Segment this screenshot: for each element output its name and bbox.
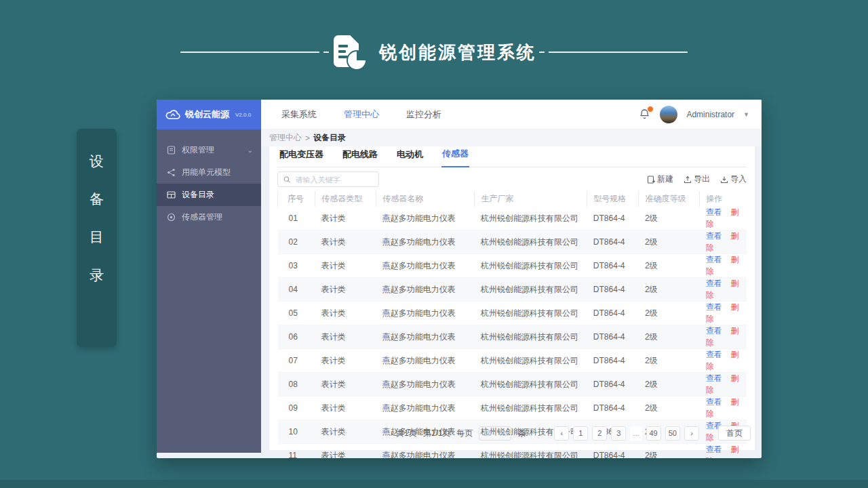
share-icon: [167, 168, 176, 177]
page-button[interactable]: 1: [573, 426, 588, 441]
export-button-label: 导出: [694, 174, 710, 185]
cell-accuracy: 2级: [639, 325, 700, 349]
cell-accuracy: 2级: [639, 278, 700, 302]
sidebar-item-sensor-management[interactable]: 传感器管理: [157, 206, 261, 228]
new-button-label: 新建: [657, 174, 673, 185]
first-page-button[interactable]: 首页: [718, 426, 751, 441]
search-toolbar-row: 新建 导出: [277, 167, 747, 191]
content-card: 配电变压器 配电线路 电动机 传感器: [269, 146, 755, 450]
cell-actions: 查看 删除: [700, 230, 747, 254]
cell-sensor-type: 表计类: [315, 207, 376, 230]
page-button[interactable]: 49: [646, 426, 661, 441]
tab-distribution-transformer[interactable]: 配电变压器: [279, 148, 324, 167]
export-icon: [684, 176, 692, 184]
view-link[interactable]: 查看: [706, 207, 722, 217]
view-link[interactable]: 查看: [706, 373, 722, 383]
sidebar-item-energy-unit-model[interactable]: 用能单元模型: [157, 161, 261, 184]
tab-sensor[interactable]: 传感器: [441, 148, 469, 167]
cell-model: DT864-4: [587, 254, 639, 278]
per-page-select[interactable]: 15 ▢: [479, 426, 511, 441]
search-box[interactable]: [277, 171, 379, 187]
tag-char: 备: [90, 190, 104, 209]
table-row[interactable]: 07 表计类 燕赵多功能电力仪表 杭州锐创能源科技有限公司 DT864-4 2级…: [278, 349, 747, 373]
column-header-accuracy: 准确度等级: [639, 191, 700, 207]
cell-sensor-name: 燕赵多功能电力仪表: [376, 207, 475, 230]
cell-sensor-name: 燕赵多功能电力仪表: [376, 278, 475, 302]
import-button[interactable]: 导入: [720, 174, 747, 185]
sensor-table: 序号 传感器类型 传感器名称 生产厂家 型号规格 准确度等级 操作 01 表计类…: [277, 191, 747, 458]
view-link[interactable]: 查看: [706, 350, 722, 359]
brand-logo-icon: [332, 34, 367, 70]
nav-item-monitoring-analysis[interactable]: 监控分析: [406, 108, 441, 121]
cell-model: DT864-4: [587, 207, 639, 230]
total-pages-text: 共1页: [396, 428, 417, 439]
pagination: 共1页 第1/1页 每页 15 ▢ 条 ‹ 123...4950 › 首页: [277, 420, 751, 446]
table-row[interactable]: 02 表计类 燕赵多功能电力仪表 杭州锐创能源科技有限公司 DT864-4 2级…: [278, 230, 747, 254]
bottom-band: [0, 480, 868, 488]
nav-item-collection-system[interactable]: 采集系统: [281, 108, 317, 121]
view-link[interactable]: 查看: [706, 302, 722, 312]
tab-distribution-line[interactable]: 配电线路: [342, 148, 378, 167]
view-link[interactable]: 查看: [706, 279, 722, 288]
tab-motor[interactable]: 电动机: [396, 148, 424, 167]
page-button[interactable]: 2: [592, 426, 607, 441]
notification-bell-icon[interactable]: [639, 108, 651, 121]
cell-sensor-type: 表计类: [315, 396, 376, 420]
breadcrumb-parent[interactable]: 管理中心: [269, 132, 302, 144]
cell-sensor-name: 燕赵多功能电力仪表: [376, 254, 475, 278]
table-row[interactable]: 09 表计类 燕赵多功能电力仪表 杭州锐创能源科技有限公司 DT864-4 2级…: [278, 396, 747, 420]
view-link[interactable]: 查看: [706, 326, 722, 336]
export-button[interactable]: 导出: [684, 174, 710, 185]
table-row[interactable]: 08 表计类 燕赵多功能电力仪表 杭州锐创能源科技有限公司 DT864-4 2级…: [278, 373, 747, 396]
app-window: 锐创云能源 V2.0.0 权限管理 ⌄: [157, 100, 762, 458]
per-page-unit: 条: [517, 428, 526, 439]
page-buttons: 123...4950: [573, 426, 680, 441]
pager: ‹ 123...4950 ›: [554, 426, 699, 441]
cell-model: DT864-4: [587, 349, 639, 373]
view-link[interactable]: 查看: [706, 445, 722, 454]
column-header-sensor-type: 传感器类型: [315, 191, 376, 207]
nav-item-management-center[interactable]: 管理中心: [344, 108, 379, 121]
cell-sensor-name: 燕赵多功能电力仪表: [376, 302, 475, 325]
user-menu-caret-icon[interactable]: ▼: [743, 111, 749, 118]
cell-sensor-type: 表计类: [315, 325, 376, 349]
table-row[interactable]: 04 表计类 燕赵多功能电力仪表 杭州锐创能源科技有限公司 DT864-4 2级…: [278, 278, 747, 302]
new-doc-icon: [647, 176, 655, 184]
section-tag-device-directory: 设 备 目 录: [77, 129, 117, 347]
cell-sensor-name: 燕赵多功能电力仪表: [376, 396, 475, 420]
cell-model: DT864-4: [587, 325, 639, 349]
next-page-button[interactable]: ›: [684, 426, 699, 441]
cell-model: DT864-4: [587, 373, 639, 396]
search-input[interactable]: [295, 176, 373, 184]
new-button[interactable]: 新建: [647, 174, 673, 185]
cell-manufacturer: 杭州锐创能源科技有限公司: [475, 207, 587, 230]
cell-accuracy: 2级: [639, 207, 700, 230]
toolbar: 新建 导出: [647, 174, 747, 185]
sidebar-logo-text: 锐创云能源: [185, 108, 229, 121]
sensor-icon: [167, 213, 176, 222]
tag-char: 目: [90, 228, 104, 247]
sidebar-item-permission-management[interactable]: 权限管理 ⌄: [157, 139, 261, 161]
prev-page-button[interactable]: ‹: [554, 426, 569, 441]
import-icon: [720, 176, 728, 184]
cell-actions: 查看 删除: [700, 396, 747, 420]
table-row[interactable]: 06 表计类 燕赵多功能电力仪表 杭州锐创能源科技有限公司 DT864-4 2级…: [278, 325, 747, 349]
cell-manufacturer: 杭州锐创能源科技有限公司: [475, 302, 587, 325]
page-button[interactable]: 50: [665, 426, 680, 441]
cell-actions: 查看 删除: [700, 349, 747, 373]
table-row[interactable]: 03 表计类 燕赵多功能电力仪表 杭州锐创能源科技有限公司 DT864-4 2级…: [278, 254, 747, 278]
cell-model: DT864-4: [587, 396, 639, 420]
view-link[interactable]: 查看: [706, 255, 722, 264]
table-row[interactable]: 05 表计类 燕赵多功能电力仪表 杭州锐创能源科技有限公司 DT864-4 2级…: [278, 302, 747, 325]
cell-manufacturer: 杭州锐创能源科技有限公司: [475, 254, 587, 278]
view-link[interactable]: 查看: [706, 231, 722, 241]
table-row[interactable]: 01 表计类 燕赵多功能电力仪表 杭州锐创能源科技有限公司 DT864-4 2级…: [278, 207, 747, 230]
topbar: 采集系统 管理中心 监控分析 Administrator ▼: [261, 100, 762, 129]
view-link[interactable]: 查看: [706, 397, 722, 407]
cell-seq: 04: [278, 278, 315, 302]
per-page-value: 15: [483, 429, 491, 437]
page-button[interactable]: 3: [611, 426, 626, 441]
sidebar-item-device-directory[interactable]: 设备目录: [157, 184, 261, 206]
cell-actions: 查看 删除: [700, 254, 747, 278]
avatar[interactable]: [660, 106, 677, 123]
